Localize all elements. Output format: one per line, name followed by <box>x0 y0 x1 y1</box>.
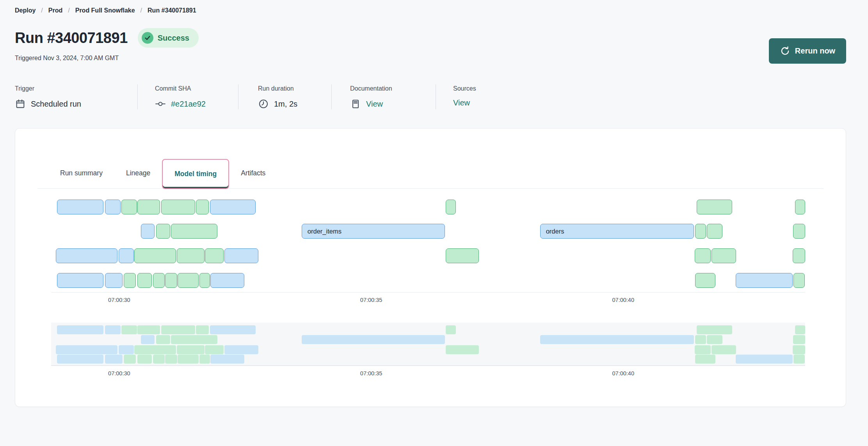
gantt-bar[interactable] <box>178 273 199 288</box>
axis-tick-label: 07:00:35 <box>360 370 382 376</box>
page-title: Run #340071891 <box>15 30 128 46</box>
gantt-bar[interactable] <box>695 248 711 263</box>
minimap-bar <box>736 355 793 364</box>
tab-run-summary[interactable]: Run summary <box>48 159 114 188</box>
gantt-bar[interactable] <box>134 248 176 263</box>
meta-link-commit-sha[interactable]: #e21ae92 <box>171 100 206 109</box>
minimap-bar <box>793 345 805 354</box>
gantt-bar[interactable] <box>165 273 177 288</box>
meta-value: View <box>453 98 476 107</box>
gantt-bar[interactable] <box>210 273 244 288</box>
meta-value: 1m, 2s <box>258 98 331 109</box>
gantt-bar[interactable] <box>793 248 805 263</box>
minimap-bar <box>57 355 103 364</box>
gantt-bar[interactable] <box>121 200 137 214</box>
gantt-bar[interactable] <box>446 200 456 214</box>
minimap-bar <box>793 355 804 364</box>
gantt-bar[interactable] <box>224 248 258 263</box>
meta-column-documentation: DocumentationView <box>331 84 436 109</box>
commit-icon <box>155 98 166 109</box>
minimap-bar <box>124 355 136 364</box>
gantt-bar-label: orders <box>541 228 564 235</box>
axis-tick-label: 07:00:40 <box>612 297 634 303</box>
gantt-bar[interactable] <box>697 200 732 214</box>
breadcrumb-item-deploy[interactable]: Deploy <box>15 7 36 14</box>
gantt-bar[interactable] <box>56 248 118 263</box>
gantt-bar-label: order_items <box>302 228 342 235</box>
check-icon <box>142 32 153 44</box>
gantt-bar[interactable] <box>137 200 160 214</box>
gantt-bar[interactable] <box>210 200 256 214</box>
gantt-bar[interactable] <box>156 224 170 239</box>
axis-tick-label: 07:00:30 <box>108 370 130 376</box>
meta-value-text: 1m, 2s <box>274 100 297 109</box>
gantt-bar[interactable] <box>141 224 155 239</box>
gantt-bar[interactable] <box>153 273 165 288</box>
clock-icon <box>258 98 269 109</box>
gantt-bar[interactable] <box>57 273 103 288</box>
gantt-bar[interactable] <box>711 248 736 263</box>
gantt-bar[interactable] <box>124 273 136 288</box>
minimap-bar <box>161 325 196 334</box>
meta-column-run-duration: Run duration1m, 2s <box>238 84 331 109</box>
tab-lineage[interactable]: Lineage <box>114 159 162 188</box>
meta-value-text: Scheduled run <box>31 100 81 109</box>
minimap-bar <box>177 345 205 354</box>
minimap-bar <box>156 335 170 344</box>
gantt-bar[interactable] <box>793 224 805 239</box>
gantt-bar[interactable] <box>171 224 217 239</box>
breadcrumb-item-run-340071891[interactable]: Run #340071891 <box>148 7 196 14</box>
minimap-bar <box>196 325 209 334</box>
meta-link-documentation[interactable]: View <box>366 100 383 109</box>
gantt-bar[interactable] <box>695 273 715 288</box>
breadcrumb-separator: / <box>41 7 43 14</box>
gantt-time-axis: 07:00:3007:00:3507:00:40 <box>51 293 805 307</box>
minimap-bar <box>137 355 152 364</box>
gantt-minimap[interactable] <box>51 323 805 366</box>
run-meta-row: TriggerScheduled runCommit SHA#e21ae92Ru… <box>15 84 846 109</box>
minimap-bar <box>210 355 244 364</box>
tab-bar: Run summaryLineageModel timingArtifacts <box>37 159 824 189</box>
minimap-bar <box>446 345 479 354</box>
gantt-bar[interactable] <box>161 200 196 214</box>
gantt-bar[interactable] <box>205 248 224 263</box>
gantt-bar[interactable] <box>695 224 706 239</box>
tab-model-timing[interactable]: Model timing <box>162 159 229 189</box>
gantt-bar[interactable] <box>795 200 805 214</box>
gantt-bar[interactable] <box>57 200 103 214</box>
gantt-bar[interactable] <box>707 224 722 239</box>
gantt-bar[interactable] <box>793 273 804 288</box>
axis-tick-label: 07:00:30 <box>108 297 130 303</box>
axis-tick-label: 07:00:35 <box>360 297 382 303</box>
minimap-bar <box>210 325 256 334</box>
meta-column-commit-sha: Commit SHA#e21ae92 <box>137 84 238 109</box>
breadcrumb-item-prod-full-snowflake[interactable]: Prod Full Snowflake <box>75 7 135 14</box>
gantt-bar[interactable] <box>199 273 210 288</box>
doc-icon <box>350 98 361 109</box>
gantt-bar[interactable] <box>137 273 152 288</box>
axis-tick-label: 07:00:40 <box>612 370 634 376</box>
minimap-bar <box>105 325 121 334</box>
rerun-button[interactable]: Rerun now <box>769 38 846 64</box>
gantt-bar[interactable]: orders <box>540 224 694 239</box>
gantt-bar[interactable] <box>736 273 793 288</box>
breadcrumb-item-prod[interactable]: Prod <box>48 7 62 14</box>
gantt-bar[interactable] <box>105 200 121 214</box>
gantt-bar[interactable] <box>446 248 479 263</box>
gantt-bar[interactable] <box>177 248 205 263</box>
minimap-bar <box>695 335 706 344</box>
minimap-bar <box>56 345 118 354</box>
breadcrumb-separator: / <box>68 7 69 14</box>
minimap-bar <box>119 345 134 354</box>
gantt-bar[interactable] <box>196 200 209 214</box>
minimap-bar <box>121 325 137 334</box>
meta-link-sources[interactable]: View <box>453 98 470 107</box>
minimap-bar <box>224 345 258 354</box>
meta-label: Commit SHA <box>155 85 238 92</box>
minimap-bar <box>199 355 210 364</box>
gantt-bar[interactable]: order_items <box>302 224 445 239</box>
gantt-bar[interactable] <box>105 273 123 288</box>
minimap-bar <box>446 325 456 334</box>
tab-artifacts[interactable]: Artifacts <box>229 159 277 188</box>
gantt-bar[interactable] <box>119 248 134 263</box>
